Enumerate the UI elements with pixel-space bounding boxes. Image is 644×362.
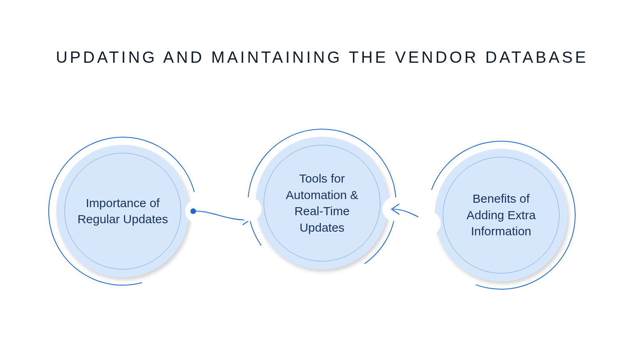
connector-dot: [190, 208, 196, 214]
node-label: Importance of Regular Updates: [64, 153, 181, 269]
notch-left: [237, 197, 262, 221]
notch-left: [417, 211, 441, 235]
diagram-title: UPDATING AND MAINTAINING THE VENDOR DATA…: [0, 48, 644, 66]
node-label: Benefits of Adding Extra Information: [443, 157, 559, 274]
node-importance: Importance of Regular Updates: [48, 137, 197, 286]
node-tools: Tools for Automation & Real-Time Updates: [248, 129, 396, 278]
node-benefits: Benefits of Adding Extra Information: [427, 141, 576, 290]
diagram-stage: Importance of Regular Updates Tools for …: [0, 129, 644, 298]
node-label: Tools for Automation & Real-Time Updates: [264, 145, 380, 261]
